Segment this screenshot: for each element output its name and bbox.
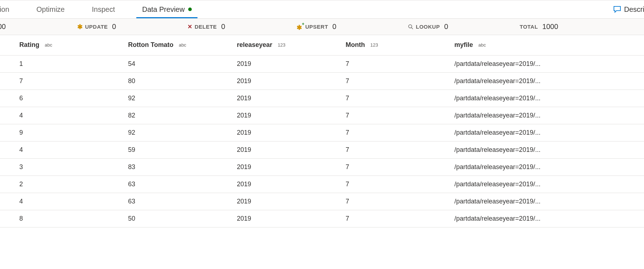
cell-month: 7 <box>346 55 454 72</box>
stat-label: TOTAL <box>520 24 538 30</box>
table-row[interactable]: 85020197/partdata/releaseyear=2019/... <box>0 210 644 227</box>
stat-total: TOTAL 1000 <box>520 23 558 31</box>
description-button[interactable]: Descrip <box>613 5 644 14</box>
table-row[interactable]: 48220197/partdata/releaseyear=2019/... <box>0 107 644 124</box>
tab-data-preview[interactable]: Data Preview <box>128 0 205 18</box>
tab-projection[interactable]: jection <box>0 0 23 18</box>
stat-label: DELETE <box>195 24 217 30</box>
column-name: Rating <box>19 41 39 48</box>
stat-upsert: ✱+ UPSERT 0 <box>297 23 336 31</box>
cell-releaseyear: 2019 <box>237 210 346 227</box>
cell-rating: 2 <box>19 176 128 193</box>
table-header-rating[interactable]: Rating abc <box>19 35 128 55</box>
stats-bar: 00 ✱ UPDATE 0 ✕ DELETE 0 ✱+ UPSERT 0 LOO… <box>0 19 644 35</box>
asterisk-icon: ✱ <box>77 24 83 30</box>
cell-myfile: /partdata/releaseyear=2019/... <box>454 141 644 158</box>
cell-rating: 9 <box>19 124 128 141</box>
row-lead <box>0 210 19 227</box>
comment-icon <box>613 6 621 13</box>
stat-value: 0 <box>332 23 336 31</box>
cell-rating: 7 <box>19 72 128 90</box>
stat-value: 1000 <box>542 23 558 31</box>
cell-releaseyear: 2019 <box>237 107 346 124</box>
cell-month: 7 <box>346 90 454 107</box>
column-type: abc <box>45 42 52 48</box>
cell-rating: 6 <box>19 90 128 107</box>
stat-label: LOOKUP <box>416 24 440 30</box>
row-lead <box>0 107 19 124</box>
cell-month: 7 <box>346 210 454 227</box>
row-lead <box>0 176 19 193</box>
table-row[interactable]: 78020197/partdata/releaseyear=2019/... <box>0 72 644 90</box>
cell-rotten-tomato: 92 <box>128 124 237 141</box>
cell-month: 7 <box>346 124 454 141</box>
stat-value: 0 <box>221 23 225 31</box>
table-header-month[interactable]: Month 123 <box>346 35 454 55</box>
cell-releaseyear: 2019 <box>237 124 346 141</box>
cell-month: 7 <box>346 141 454 158</box>
tab-label: Inspect <box>92 5 115 14</box>
cell-month: 7 <box>346 158 454 176</box>
cell-releaseyear: 2019 <box>237 141 346 158</box>
svg-line-1 <box>411 28 413 29</box>
stat-delete: ✕ DELETE 0 <box>187 23 225 31</box>
cell-releaseyear: 2019 <box>237 158 346 176</box>
row-lead <box>0 193 19 210</box>
upsert-icon: ✱+ <box>297 24 303 30</box>
tab-optimize[interactable]: Optimize <box>23 0 78 18</box>
column-type: 123 <box>370 42 378 48</box>
cell-releaseyear: 2019 <box>237 90 346 107</box>
svg-point-0 <box>409 25 412 28</box>
table-row[interactable]: 99220197/partdata/releaseyear=2019/... <box>0 124 644 141</box>
column-name: releaseyear <box>237 41 272 48</box>
cell-myfile: /partdata/releaseyear=2019/... <box>454 193 644 210</box>
table-header-releaseyear[interactable]: releaseyear 123 <box>237 35 346 55</box>
column-name: Month <box>346 41 365 48</box>
cell-myfile: /partdata/releaseyear=2019/... <box>454 124 644 141</box>
tab-label: Optimize <box>36 5 65 14</box>
cell-rating: 4 <box>19 193 128 210</box>
column-type: abc <box>478 42 486 48</box>
cell-releaseyear: 2019 <box>237 176 346 193</box>
table-row[interactable]: 26320197/partdata/releaseyear=2019/... <box>0 176 644 193</box>
column-name: myfile <box>454 41 473 48</box>
status-dot-icon <box>188 8 192 11</box>
stat-label: UPDATE <box>85 24 108 30</box>
row-lead <box>0 141 19 158</box>
cell-myfile: /partdata/releaseyear=2019/... <box>454 55 644 72</box>
cell-rotten-tomato: 80 <box>128 72 237 90</box>
row-lead <box>0 55 19 72</box>
column-name: Rotton Tomato <box>128 41 174 48</box>
description-label: Descrip <box>624 5 644 14</box>
cell-rotten-tomato: 50 <box>128 210 237 227</box>
table-row[interactable]: 45920197/partdata/releaseyear=2019/... <box>0 141 644 158</box>
cell-rotten-tomato: 82 <box>128 107 237 124</box>
stat-lookup: LOOKUP 0 <box>408 23 448 31</box>
row-lead <box>0 124 19 141</box>
cell-month: 7 <box>346 193 454 210</box>
table-row[interactable]: 46320197/partdata/releaseyear=2019/... <box>0 193 644 210</box>
cell-rotten-tomato: 63 <box>128 193 237 210</box>
cell-rotten-tomato: 54 <box>128 55 237 72</box>
cell-rating: 3 <box>19 158 128 176</box>
cell-rating: 1 <box>19 55 128 72</box>
cell-myfile: /partdata/releaseyear=2019/... <box>454 176 644 193</box>
stat-update: ✱ UPDATE 0 <box>77 23 116 31</box>
table-header-myfile[interactable]: myfile abc <box>454 35 644 55</box>
cell-rating: 4 <box>19 107 128 124</box>
cell-rotten-tomato: 63 <box>128 176 237 193</box>
row-lead <box>0 72 19 90</box>
stat-value: 0 <box>444 23 448 31</box>
table-header-rotten-tomato[interactable]: Rotton Tomato abc <box>128 35 237 55</box>
table-row[interactable]: 38320197/partdata/releaseyear=2019/... <box>0 158 644 176</box>
cell-rating: 4 <box>19 141 128 158</box>
cell-month: 7 <box>346 72 454 90</box>
table-row[interactable]: 69220197/partdata/releaseyear=2019/... <box>0 90 644 107</box>
tab-inspect[interactable]: Inspect <box>78 0 128 18</box>
stat-leading: 00 <box>0 23 6 31</box>
cell-myfile: /partdata/releaseyear=2019/... <box>454 107 644 124</box>
search-icon <box>408 24 414 30</box>
table-row[interactable]: 15420197/partdata/releaseyear=2019/... <box>0 55 644 72</box>
tab-label: Data Preview <box>142 5 185 14</box>
cell-month: 7 <box>346 107 454 124</box>
